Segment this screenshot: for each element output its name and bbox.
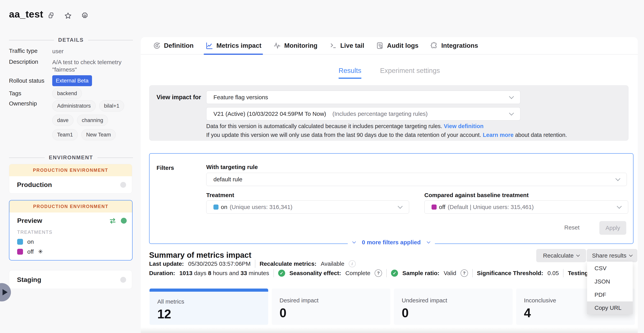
- detail-row-ownership: Ownership Administrators bilal+1 dave ch…: [9, 100, 133, 140]
- treatment-on-label: on: [27, 238, 34, 245]
- treatment-label: Treatment: [206, 192, 234, 198]
- metric-card-label: Desired impact: [280, 297, 390, 304]
- traffic-type-label: Traffic type: [9, 48, 52, 55]
- status-dot: [120, 182, 126, 188]
- details-section-header: DETAILS: [9, 37, 133, 43]
- rollout-status-badge[interactable]: External Beta: [52, 75, 92, 86]
- detail-row-rollout: Rollout status External Beta: [9, 75, 133, 86]
- tab-label: Monitoring: [284, 42, 317, 49]
- chevron-down-icon: [576, 253, 580, 256]
- more-filters-toggle[interactable]: 0 more filters applied: [348, 238, 435, 247]
- tab-live-tail[interactable]: Live tail: [329, 37, 364, 54]
- metric-card-undesired-impact[interactable]: Undesired impact 0: [394, 288, 513, 325]
- last-update-label: Last update:: [149, 260, 184, 267]
- tags-label: Tags: [9, 90, 52, 97]
- environment-card-staging[interactable]: Staging: [9, 270, 132, 289]
- version-dropdown[interactable]: V21 (Active) (10/03/2022 04:59PM To Now)…: [206, 107, 520, 120]
- tab-audit-logs[interactable]: Audit logs: [376, 37, 418, 54]
- ownership-label: Ownership: [9, 100, 52, 140]
- tab-label: Live tail: [340, 42, 364, 49]
- treatment-on-swatch: [17, 239, 23, 245]
- copy-icon[interactable]: [47, 11, 56, 20]
- treatment-on-swatch: [214, 204, 218, 210]
- chevron-down-icon: [427, 240, 430, 243]
- live-tail-icon: [329, 42, 338, 50]
- tag-pill[interactable]: backend: [52, 88, 82, 99]
- filters-title: Filters: [156, 164, 174, 171]
- chevron-down-icon: [509, 94, 514, 99]
- owner-pill[interactable]: Administrators: [52, 100, 96, 112]
- summary-info-row-1: Last update: 05/30/2025 03:57:06PM Recal…: [149, 260, 356, 268]
- significance-value: 0.05: [548, 270, 559, 276]
- share-results-menu: CSV JSON PDF Copy URL: [587, 262, 633, 314]
- chevron-down-icon: [352, 240, 356, 243]
- view-definition-link[interactable]: View definition: [444, 123, 484, 129]
- separator: [274, 269, 274, 277]
- help-icon[interactable]: ?: [375, 270, 382, 277]
- apply-button[interactable]: Apply: [599, 221, 626, 235]
- owner-pill[interactable]: bilal+1: [99, 100, 124, 112]
- owner-pill[interactable]: Team1: [52, 129, 78, 140]
- monitoring-icon: [273, 42, 281, 50]
- metric-summary-cards: All metrics 12 Desired impact 0 Undesire…: [150, 288, 635, 325]
- reset-button[interactable]: Reset: [564, 224, 580, 231]
- tab-integrations[interactable]: Integrations: [430, 37, 478, 54]
- metric-card-desired-impact[interactable]: Desired impact 0: [272, 288, 390, 325]
- bottom-fade: [141, 327, 638, 333]
- version-info-line1: Data for this version is automatically c…: [206, 123, 484, 130]
- help-icon[interactable]: ?: [460, 270, 468, 277]
- treatment-note: (Unique users: 316,341): [230, 204, 292, 210]
- duration-label: Duration:: [149, 270, 175, 276]
- subtab-experiment-settings[interactable]: Experiment settings: [380, 67, 440, 79]
- swap-arrows-icon[interactable]: [108, 218, 117, 224]
- environment-card-preview[interactable]: PRODUCTION ENVIRONMENT Preview TREATMENT…: [9, 200, 132, 260]
- treatment-off-swatch: [432, 204, 436, 210]
- environment-heading: ENVIRONMENT: [49, 154, 93, 161]
- chevron-down-icon: [398, 204, 402, 208]
- tab-metrics-impact[interactable]: Metrics impact: [205, 37, 262, 54]
- owner-pill[interactable]: New Team: [81, 129, 116, 140]
- baseline-note: (Default | Unique users: 315,461): [448, 204, 534, 210]
- metric-card-all-metrics[interactable]: All metrics 12: [150, 288, 268, 325]
- version-type-value: Feature flag versions: [214, 94, 268, 100]
- definition-icon: [153, 42, 161, 50]
- version-type-dropdown[interactable]: Feature flag versions: [206, 91, 520, 104]
- menu-item-json[interactable]: JSON: [587, 275, 633, 288]
- star-icon[interactable]: [64, 11, 72, 20]
- environment-name: Staging: [17, 276, 41, 284]
- version-info-line2: If you update this version we will only …: [206, 132, 567, 138]
- metric-card-label: All metrics: [157, 298, 268, 305]
- chevron-down-icon: [615, 176, 620, 181]
- environment-card-production[interactable]: PRODUCTION ENVIRONMENT Production: [9, 164, 132, 194]
- tab-label: Audit logs: [387, 42, 418, 49]
- targeting-rule-value: default rule: [214, 176, 242, 183]
- results-subtabs: Results Experiment settings: [141, 67, 638, 79]
- separator: [255, 260, 255, 268]
- tab-definition[interactable]: Definition: [153, 37, 194, 54]
- owner-pill[interactable]: channing: [77, 115, 108, 126]
- significance-label: Significance Threshold:: [477, 270, 543, 276]
- recalculate-button[interactable]: Recalculate: [536, 249, 586, 262]
- tab-label: Definition: [164, 42, 194, 49]
- environment-name: Preview: [17, 217, 42, 224]
- owner-pill[interactable]: dave: [52, 115, 74, 126]
- treatment-dropdown[interactable]: on (Unique users: 316,341): [206, 200, 409, 214]
- menu-item-copy-url[interactable]: Copy URL: [587, 302, 633, 314]
- gear-icon[interactable]: [80, 11, 89, 20]
- filters-panel: Filters With targeting rule default rule…: [149, 153, 634, 244]
- treatment-off-label: off: [27, 248, 34, 255]
- menu-item-pdf[interactable]: PDF: [587, 288, 633, 302]
- info-icon[interactable]: i: [349, 260, 356, 267]
- targeting-rule-dropdown[interactable]: default rule: [206, 173, 627, 186]
- tab-label: Integrations: [441, 42, 478, 49]
- tab-monitoring[interactable]: Monitoring: [273, 37, 317, 54]
- share-results-button[interactable]: Share results: [587, 249, 637, 262]
- version-main: V21 (Active) (10/03/2022 04:59PM To Now): [214, 110, 326, 117]
- learn-more-link[interactable]: Learn more: [483, 132, 514, 138]
- metrics-impact-icon: [205, 42, 214, 50]
- subtab-results[interactable]: Results: [338, 67, 361, 79]
- baseline-dropdown[interactable]: off (Default | Unique users: 315,461): [424, 200, 628, 214]
- detail-row-tags: Tags backend: [9, 88, 133, 99]
- seasonality-value: Complete: [346, 270, 370, 276]
- menu-item-csv[interactable]: CSV: [587, 262, 633, 275]
